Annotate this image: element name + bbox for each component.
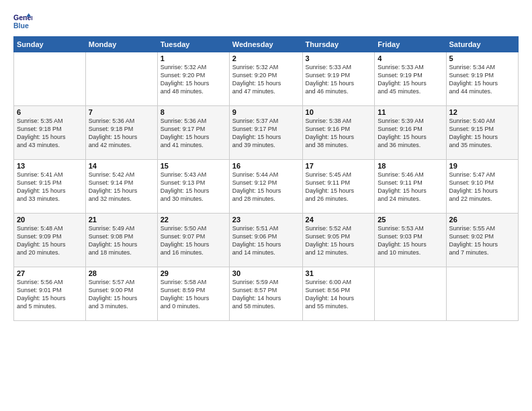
header-thursday: Thursday	[302, 37, 375, 52]
day-info: Sunrise: 5:37 AM Sunset: 9:17 PM Dayligh…	[232, 117, 300, 150]
day-info: Sunrise: 5:33 AM Sunset: 9:19 PM Dayligh…	[306, 63, 372, 96]
header-saturday: Saturday	[446, 37, 518, 52]
day-number: 25	[378, 216, 443, 224]
calendar-cell	[85, 52, 157, 106]
day-number: 23	[232, 216, 300, 224]
calendar-cell: 5Sunrise: 5:34 AM Sunset: 9:19 PM Daylig…	[446, 52, 518, 106]
calendar-cell: 24Sunrise: 5:52 AM Sunset: 9:05 PM Dayli…	[302, 214, 375, 267]
calendar-cell	[375, 267, 446, 321]
day-number: 31	[306, 269, 372, 277]
calendar-cell: 22Sunrise: 5:50 AM Sunset: 9:07 PM Dayli…	[157, 214, 229, 267]
day-number: 22	[161, 216, 226, 224]
page-header: General Blue	[13, 12, 519, 31]
day-info: Sunrise: 5:38 AM Sunset: 9:16 PM Dayligh…	[306, 117, 372, 150]
day-info: Sunrise: 5:47 AM Sunset: 9:10 PM Dayligh…	[449, 171, 515, 203]
calendar-cell: 9Sunrise: 5:37 AM Sunset: 9:17 PM Daylig…	[229, 106, 302, 160]
calendar-cell: 25Sunrise: 5:53 AM Sunset: 9:03 PM Dayli…	[375, 214, 446, 267]
day-number: 24	[306, 216, 372, 224]
day-info: Sunrise: 5:52 AM Sunset: 9:05 PM Dayligh…	[306, 224, 372, 257]
day-info: Sunrise: 5:32 AM Sunset: 9:20 PM Dayligh…	[232, 63, 300, 96]
day-number: 19	[449, 162, 515, 170]
day-info: Sunrise: 5:51 AM Sunset: 9:06 PM Dayligh…	[232, 224, 300, 257]
calendar-cell: 3Sunrise: 5:33 AM Sunset: 9:19 PM Daylig…	[302, 52, 375, 106]
calendar-cell: 16Sunrise: 5:44 AM Sunset: 9:12 PM Dayli…	[229, 160, 302, 214]
calendar-cell: 2Sunrise: 5:32 AM Sunset: 9:20 PM Daylig…	[229, 52, 302, 106]
calendar-cell: 28Sunrise: 5:57 AM Sunset: 9:00 PM Dayli…	[85, 267, 157, 321]
day-info: Sunrise: 5:49 AM Sunset: 9:08 PM Dayligh…	[89, 224, 154, 257]
day-number: 18	[378, 162, 443, 170]
day-info: Sunrise: 6:00 AM Sunset: 8:56 PM Dayligh…	[306, 278, 372, 311]
calendar-cell: 21Sunrise: 5:49 AM Sunset: 9:08 PM Dayli…	[85, 214, 157, 267]
day-info: Sunrise: 5:34 AM Sunset: 9:19 PM Dayligh…	[449, 63, 515, 96]
day-number: 5	[449, 54, 515, 62]
week-row-2: 6Sunrise: 5:35 AM Sunset: 9:18 PM Daylig…	[14, 106, 519, 160]
day-info: Sunrise: 5:45 AM Sunset: 9:11 PM Dayligh…	[306, 171, 372, 203]
day-number: 9	[232, 108, 300, 116]
day-info: Sunrise: 5:35 AM Sunset: 9:18 PM Dayligh…	[17, 117, 83, 150]
day-info: Sunrise: 5:41 AM Sunset: 9:15 PM Dayligh…	[17, 171, 83, 203]
day-info: Sunrise: 5:53 AM Sunset: 9:03 PM Dayligh…	[378, 224, 443, 257]
calendar-cell: 23Sunrise: 5:51 AM Sunset: 9:06 PM Dayli…	[229, 214, 302, 267]
calendar-cell	[446, 267, 518, 321]
calendar-cell: 4Sunrise: 5:33 AM Sunset: 9:19 PM Daylig…	[375, 52, 446, 106]
week-row-3: 13Sunrise: 5:41 AM Sunset: 9:15 PM Dayli…	[14, 160, 519, 214]
header-friday: Friday	[375, 37, 446, 52]
day-info: Sunrise: 5:36 AM Sunset: 9:17 PM Dayligh…	[161, 117, 226, 150]
day-info: Sunrise: 5:46 AM Sunset: 9:11 PM Dayligh…	[378, 171, 443, 203]
header-monday: Monday	[85, 37, 157, 52]
day-number: 20	[17, 216, 83, 224]
day-info: Sunrise: 5:58 AM Sunset: 8:59 PM Dayligh…	[161, 278, 226, 311]
day-info: Sunrise: 5:33 AM Sunset: 9:19 PM Dayligh…	[378, 63, 443, 96]
header-wednesday: Wednesday	[229, 37, 302, 52]
calendar-cell: 14Sunrise: 5:42 AM Sunset: 9:14 PM Dayli…	[85, 160, 157, 214]
calendar-cell: 15Sunrise: 5:43 AM Sunset: 9:13 PM Dayli…	[157, 160, 229, 214]
day-number: 26	[449, 216, 515, 224]
calendar-cell: 20Sunrise: 5:48 AM Sunset: 9:09 PM Dayli…	[14, 214, 86, 267]
day-info: Sunrise: 5:32 AM Sunset: 9:20 PM Dayligh…	[161, 63, 226, 96]
day-number: 29	[161, 269, 226, 277]
day-info: Sunrise: 5:40 AM Sunset: 9:15 PM Dayligh…	[449, 117, 515, 150]
day-info: Sunrise: 5:59 AM Sunset: 8:57 PM Dayligh…	[232, 278, 300, 311]
day-info: Sunrise: 5:55 AM Sunset: 9:02 PM Dayligh…	[449, 224, 515, 257]
calendar-cell: 17Sunrise: 5:45 AM Sunset: 9:11 PM Dayli…	[302, 160, 375, 214]
header-sunday: Sunday	[14, 37, 86, 52]
calendar-cell: 8Sunrise: 5:36 AM Sunset: 9:17 PM Daylig…	[157, 106, 229, 160]
day-number: 30	[232, 269, 300, 277]
day-number: 6	[17, 108, 83, 116]
day-number: 15	[161, 162, 226, 170]
calendar-cell: 30Sunrise: 5:59 AM Sunset: 8:57 PM Dayli…	[229, 267, 302, 321]
svg-text:Blue: Blue	[13, 21, 29, 30]
day-info: Sunrise: 5:50 AM Sunset: 9:07 PM Dayligh…	[161, 224, 226, 257]
calendar-cell: 13Sunrise: 5:41 AM Sunset: 9:15 PM Dayli…	[14, 160, 86, 214]
day-number: 21	[89, 216, 154, 224]
header-tuesday: Tuesday	[157, 37, 229, 52]
calendar-cell: 7Sunrise: 5:36 AM Sunset: 9:18 PM Daylig…	[85, 106, 157, 160]
calendar-header-row: SundayMondayTuesdayWednesdayThursdayFrid…	[14, 37, 519, 52]
week-row-5: 27Sunrise: 5:56 AM Sunset: 9:01 PM Dayli…	[14, 267, 519, 321]
day-number: 11	[378, 108, 443, 116]
day-number: 27	[17, 269, 83, 277]
day-number: 4	[378, 54, 443, 62]
calendar-cell: 26Sunrise: 5:55 AM Sunset: 9:02 PM Dayli…	[446, 214, 518, 267]
calendar-cell: 27Sunrise: 5:56 AM Sunset: 9:01 PM Dayli…	[14, 267, 86, 321]
day-info: Sunrise: 5:42 AM Sunset: 9:14 PM Dayligh…	[89, 171, 154, 203]
day-number: 1	[161, 54, 226, 62]
day-number: 3	[306, 54, 372, 62]
day-number: 7	[89, 108, 154, 116]
calendar-cell: 29Sunrise: 5:58 AM Sunset: 8:59 PM Dayli…	[157, 267, 229, 321]
day-number: 16	[232, 162, 300, 170]
calendar-cell: 6Sunrise: 5:35 AM Sunset: 9:18 PM Daylig…	[14, 106, 86, 160]
day-number: 2	[232, 54, 300, 62]
day-number: 13	[17, 162, 83, 170]
day-number: 12	[449, 108, 515, 116]
day-info: Sunrise: 5:48 AM Sunset: 9:09 PM Dayligh…	[17, 224, 83, 257]
week-row-1: 1Sunrise: 5:32 AM Sunset: 9:20 PM Daylig…	[14, 52, 519, 106]
day-number: 8	[161, 108, 226, 116]
week-row-4: 20Sunrise: 5:48 AM Sunset: 9:09 PM Dayli…	[14, 214, 519, 267]
calendar-cell: 12Sunrise: 5:40 AM Sunset: 9:15 PM Dayli…	[446, 106, 518, 160]
calendar-cell: 18Sunrise: 5:46 AM Sunset: 9:11 PM Dayli…	[375, 160, 446, 214]
day-info: Sunrise: 5:57 AM Sunset: 9:00 PM Dayligh…	[89, 278, 154, 311]
calendar-cell: 10Sunrise: 5:38 AM Sunset: 9:16 PM Dayli…	[302, 106, 375, 160]
calendar-cell: 31Sunrise: 6:00 AM Sunset: 8:56 PM Dayli…	[302, 267, 375, 321]
logo: General Blue	[13, 12, 35, 31]
